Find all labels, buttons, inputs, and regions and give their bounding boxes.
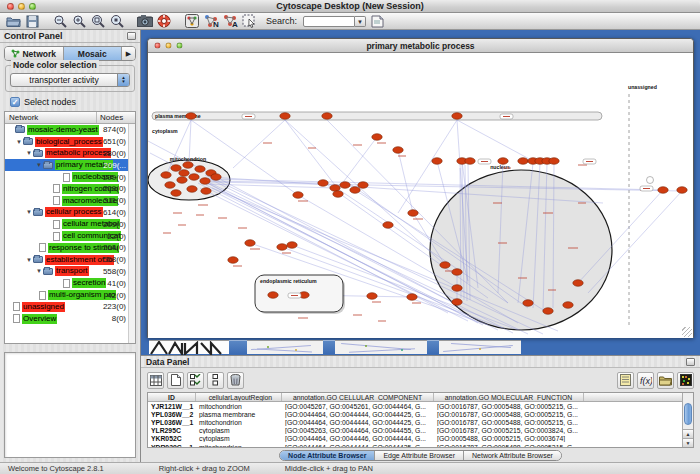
network-node[interactable] xyxy=(183,162,193,169)
search-dropdown-button[interactable]: ▼ xyxy=(355,16,366,27)
expand-collapse-icon[interactable]: ▼ xyxy=(15,139,23,145)
network-node[interactable] xyxy=(161,172,171,179)
background-window-edge[interactable] xyxy=(229,340,247,354)
network-node[interactable] xyxy=(518,158,528,165)
tab-network-attribute-browser[interactable]: Network Attribute Browser xyxy=(464,451,561,460)
expand-collapse-icon[interactable]: ▼ xyxy=(25,150,33,156)
table-row[interactable]: YPL036W__2plasma membrane[GO:0044464, GO… xyxy=(148,410,693,418)
network-node[interactable] xyxy=(408,210,418,217)
tree-row[interactable]: secretion41(0) xyxy=(5,277,135,289)
network-edge[interactable] xyxy=(398,120,457,213)
network-node[interactable] xyxy=(549,158,559,165)
table-row[interactable]: YLR295Ccytoplasm[GO:0045263, GO:0044464,… xyxy=(148,427,693,435)
annotation-edit-icon[interactable] xyxy=(369,14,385,29)
delete-attribute-trash-icon[interactable] xyxy=(227,372,244,389)
network-node[interactable] xyxy=(350,187,360,194)
network-node[interactable] xyxy=(658,187,668,194)
network-node[interactable] xyxy=(452,113,462,120)
tree-row[interactable]: nitrogen compo209(0) xyxy=(5,183,135,195)
select-nodes-checkbox[interactable]: ✓ xyxy=(10,97,20,107)
attribute-table-icon[interactable] xyxy=(147,372,164,389)
import-network-icon[interactable]: N xyxy=(203,14,219,29)
tree-row[interactable]: Overview8(0) xyxy=(5,313,135,325)
table-column-header[interactable]: annotation.GO MOLECULAR_FUNCTION xyxy=(434,393,584,401)
network-node[interactable] xyxy=(340,182,350,189)
network-node[interactable] xyxy=(330,185,340,192)
tree-row[interactable]: mosaic-demo-yeast874(0) xyxy=(5,124,135,136)
attribute-editor-icon[interactable] xyxy=(617,372,634,389)
table-column-header[interactable]: _cellularLayoutRegion xyxy=(196,393,282,401)
network-node[interactable] xyxy=(186,113,196,120)
network-node[interactable] xyxy=(187,186,197,193)
import-attributes-folder-icon[interactable] xyxy=(657,372,674,389)
network-node[interactable] xyxy=(563,302,573,309)
table-column-header[interactable]: ID xyxy=(148,393,196,401)
network-node[interactable] xyxy=(465,158,475,165)
network-node[interactable] xyxy=(277,244,287,251)
table-row[interactable]: YKR052Ccytoplasm[GO:0044464, GO:0044446,… xyxy=(148,435,693,443)
background-window-edge[interactable] xyxy=(427,340,439,354)
scroll-up-arrow[interactable]: ▲ xyxy=(683,429,693,438)
save-icon[interactable] xyxy=(24,14,40,29)
network-node[interactable] xyxy=(677,187,687,194)
tree-row[interactable]: ▼establishment of lo558(0) xyxy=(5,254,135,266)
network-edge[interactable] xyxy=(457,120,533,161)
attribute-table-header[interactable]: ID_cellularLayoutRegionannotation.GO CEL… xyxy=(148,393,693,402)
zoom-in-icon[interactable] xyxy=(71,14,87,29)
network-window-titlebar[interactable]: primary metabolic process xyxy=(148,39,693,53)
network-node[interactable] xyxy=(177,177,187,184)
background-window-content[interactable] xyxy=(335,340,427,354)
table-row[interactable]: YDR039C__1mitochondrion[GO:0044464, GO:0… xyxy=(148,443,693,448)
table-column-header[interactable]: annotation.GO CELLULAR_COMPONENT xyxy=(282,393,434,401)
network-node[interactable] xyxy=(367,293,377,300)
tree-row[interactable]: cellular metabol209(0) xyxy=(5,218,135,230)
window-resize-grip[interactable] xyxy=(682,327,692,337)
network-canvas[interactable]: plasma membrane cytoplasm mitochondrion … xyxy=(148,53,693,338)
expand-collapse-icon[interactable]: ▼ xyxy=(25,209,33,215)
network-edge[interactable] xyxy=(208,179,663,190)
import-attributes-icon[interactable]: A xyxy=(222,14,238,29)
network-node[interactable] xyxy=(523,300,533,307)
network-node[interactable] xyxy=(228,257,238,264)
function-builder-icon[interactable]: f(x) xyxy=(637,372,654,389)
background-network-sketch[interactable] xyxy=(149,340,229,354)
tree-row[interactable]: ▼biological_process651(0) xyxy=(5,136,135,148)
network-node[interactable] xyxy=(171,190,181,197)
network-node[interactable] xyxy=(179,170,189,177)
network-edge[interactable] xyxy=(285,120,445,265)
scroll-down-arrow[interactable]: ▼ xyxy=(683,438,693,447)
network-node[interactable] xyxy=(372,134,382,141)
network-node[interactable] xyxy=(333,191,343,198)
background-window-content[interactable] xyxy=(247,340,323,354)
network-node[interactable] xyxy=(432,158,442,165)
tree-row[interactable]: nucleobase-209(0) xyxy=(5,171,135,183)
network-node[interactable] xyxy=(440,262,450,269)
tree-row[interactable]: unassigned223(0) xyxy=(5,301,135,313)
tree-row[interactable]: response to stimulu264(0) xyxy=(5,242,135,254)
select-attributes-icon[interactable] xyxy=(187,372,204,389)
node-color-dropdown[interactable]: transporter activity ▲▼ xyxy=(10,73,130,87)
search-input[interactable] xyxy=(303,16,355,27)
tree-row[interactable]: ▼metabolic process280(0) xyxy=(5,148,135,160)
network-edge[interactable] xyxy=(398,150,413,213)
table-scrollbar-thumb[interactable] xyxy=(684,403,692,425)
tab-network[interactable]: Network xyxy=(5,47,64,60)
tree-row[interactable]: cell communicat22(0) xyxy=(5,230,135,242)
float-panel-icon[interactable] xyxy=(127,32,136,40)
network-node[interactable] xyxy=(165,182,175,189)
network-node[interactable] xyxy=(573,280,583,287)
network-node[interactable] xyxy=(201,188,211,195)
tree-row[interactable]: ▼cellular process614(0) xyxy=(5,207,135,219)
window-titlebar[interactable]: Cytoscape Desktop (New Session) xyxy=(0,0,700,13)
tab-edge-attribute-browser[interactable]: Edge Attribute Browser xyxy=(375,451,464,460)
network-edge[interactable] xyxy=(285,120,338,189)
network-node[interactable] xyxy=(189,174,199,181)
data-panel-float-icon[interactable] xyxy=(686,358,695,366)
new-attribute-icon[interactable] xyxy=(167,372,184,389)
network-node[interactable] xyxy=(452,299,462,306)
open-folder-icon[interactable] xyxy=(5,14,21,29)
network-node[interactable] xyxy=(287,242,297,249)
select-mode-icon[interactable] xyxy=(241,14,257,29)
network-node[interactable] xyxy=(543,308,553,315)
zoom-out-icon[interactable] xyxy=(52,14,68,29)
